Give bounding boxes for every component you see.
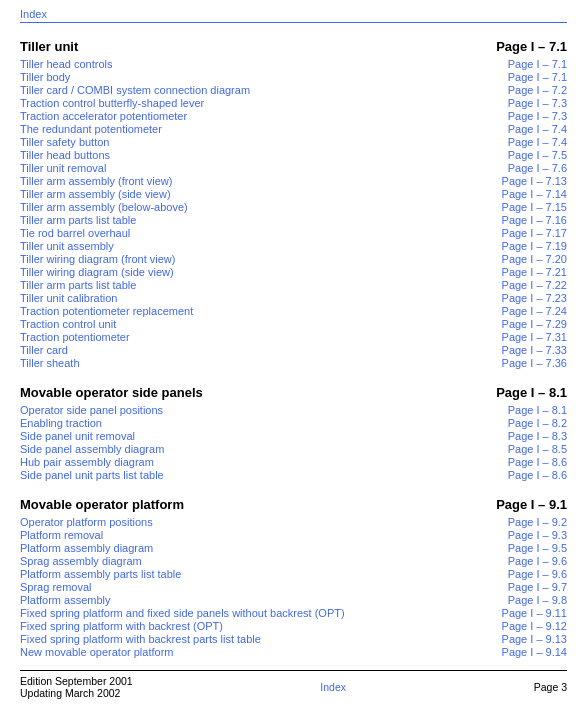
entry-label-0-22[interactable]: Tiller card [20, 344, 494, 356]
entry-label-2-3[interactable]: Sprag assembly diagram [20, 555, 500, 567]
entry-row-1-5: Side panel unit parts list tablePage I –… [20, 468, 567, 481]
entry-row-1-3: Side panel assembly diagramPage I – 8.5 [20, 442, 567, 455]
entry-page-0-17: Page I – 7.22 [502, 279, 567, 291]
entry-page-0-21: Page I – 7.31 [502, 331, 567, 343]
entry-label-0-6[interactable]: Tiller safety button [20, 136, 500, 148]
entry-page-2-4: Page I – 9.6 [508, 568, 567, 580]
entry-label-0-9[interactable]: Tiller arm assembly (front view) [20, 175, 494, 187]
entry-page-0-12: Page I – 7.16 [502, 214, 567, 226]
entry-label-1-0[interactable]: Operator side panel positions [20, 404, 500, 416]
entry-label-2-7[interactable]: Fixed spring platform and fixed side pan… [20, 607, 494, 619]
entry-row-0-18: Tiller unit calibrationPage I – 7.23 [20, 291, 567, 304]
entry-label-0-7[interactable]: Tiller head buttons [20, 149, 500, 161]
entry-page-2-5: Page I – 9.7 [508, 581, 567, 593]
section-header-0: Tiller unit [20, 39, 78, 54]
entry-row-0-11: Tiller arm assembly (below-above)Page I … [20, 200, 567, 213]
entry-row-2-4: Platform assembly parts list tablePage I… [20, 567, 567, 580]
entry-row-2-9: Fixed spring platform with backrest part… [20, 632, 567, 645]
entry-row-0-15: Tiller wiring diagram (front view)Page I… [20, 252, 567, 265]
entry-label-0-4[interactable]: Traction accelerator potentiometer [20, 110, 500, 122]
section-header-1: Movable operator side panels [20, 385, 203, 400]
entry-label-1-1[interactable]: Enabling traction [20, 417, 500, 429]
entry-label-0-10[interactable]: Tiller arm assembly (side view) [20, 188, 494, 200]
entry-page-0-23: Page I – 7.36 [502, 357, 567, 369]
entry-page-2-0: Page I – 9.2 [508, 516, 567, 528]
entry-label-0-3[interactable]: Traction control butterfly-shaped lever [20, 97, 500, 109]
entry-label-2-2[interactable]: Platform assembly diagram [20, 542, 500, 554]
entry-row-0-22: Tiller cardPage I – 7.33 [20, 343, 567, 356]
entry-row-0-23: Tiller sheathPage I – 7.36 [20, 356, 567, 369]
entry-row-0-13: Tie rod barrel overhaulPage I – 7.17 [20, 226, 567, 239]
entry-label-2-10[interactable]: New movable operator platform [20, 646, 494, 658]
entry-label-0-17[interactable]: Tiller arm parts list table [20, 279, 494, 291]
entry-label-0-13[interactable]: Tie rod barrel overhaul [20, 227, 494, 239]
entry-page-1-3: Page I – 8.5 [508, 443, 567, 455]
entry-label-2-8[interactable]: Fixed spring platform with backrest (OPT… [20, 620, 494, 632]
entry-page-0-20: Page I – 7.29 [502, 318, 567, 330]
entry-page-0-1: Page I – 7.1 [508, 71, 567, 83]
entry-label-0-0[interactable]: Tiller head controls [20, 58, 500, 70]
entry-page-0-11: Page I – 7.15 [502, 201, 567, 213]
entry-label-2-5[interactable]: Sprag removal [20, 581, 500, 593]
edition-text: Edition September 2001 [20, 675, 133, 687]
entry-page-0-7: Page I – 7.5 [508, 149, 567, 161]
entry-label-2-4[interactable]: Platform assembly parts list table [20, 568, 500, 580]
entry-label-2-1[interactable]: Platform removal [20, 529, 500, 541]
entry-label-0-11[interactable]: Tiller arm assembly (below-above) [20, 201, 494, 213]
entry-label-0-2[interactable]: Tiller card / COMBI system connection di… [20, 84, 500, 96]
section-header-page-2: Page I – 9.1 [496, 497, 567, 512]
entry-row-0-21: Traction potentiometerPage I – 7.31 [20, 330, 567, 343]
footer-index: Index [320, 681, 346, 693]
entry-page-0-6: Page I – 7.4 [508, 136, 567, 148]
entry-page-0-13: Page I – 7.17 [502, 227, 567, 239]
sections-container: Tiller unitPage I – 7.1Tiller head contr… [20, 31, 567, 658]
entry-label-2-9[interactable]: Fixed spring platform with backrest part… [20, 633, 494, 645]
entry-label-0-16[interactable]: Tiller wiring diagram (side view) [20, 266, 494, 278]
entry-page-0-3: Page I – 7.3 [508, 97, 567, 109]
entry-page-1-2: Page I – 8.3 [508, 430, 567, 442]
entry-row-2-2: Platform assembly diagramPage I – 9.5 [20, 541, 567, 554]
entry-page-2-6: Page I – 9.8 [508, 594, 567, 606]
entry-row-0-10: Tiller arm assembly (side view)Page I – … [20, 187, 567, 200]
entry-row-0-16: Tiller wiring diagram (side view)Page I … [20, 265, 567, 278]
entry-page-0-8: Page I – 7.6 [508, 162, 567, 174]
entry-label-2-6[interactable]: Platform assembly [20, 594, 500, 606]
entry-row-0-8: Tiller unit removalPage I – 7.6 [20, 161, 567, 174]
entry-label-1-4[interactable]: Hub pair assembly diagram [20, 456, 500, 468]
entry-label-0-20[interactable]: Traction control unit [20, 318, 494, 330]
entry-label-0-23[interactable]: Tiller sheath [20, 357, 494, 369]
update-text: Updating March 2002 [20, 687, 133, 699]
entry-row-0-3: Traction control butterfly-shaped leverP… [20, 96, 567, 109]
entry-row-2-10: New movable operator platformPage I – 9.… [20, 645, 567, 658]
entry-label-0-15[interactable]: Tiller wiring diagram (front view) [20, 253, 494, 265]
entry-label-0-14[interactable]: Tiller unit assembly [20, 240, 494, 252]
entry-page-2-10: Page I – 9.14 [502, 646, 567, 658]
entry-row-2-5: Sprag removalPage I – 9.7 [20, 580, 567, 593]
entry-row-2-0: Operator platform positionsPage I – 9.2 [20, 515, 567, 528]
entry-row-1-0: Operator side panel positionsPage I – 8.… [20, 403, 567, 416]
entry-row-0-1: Tiller bodyPage I – 7.1 [20, 70, 567, 83]
entry-row-0-17: Tiller arm parts list tablePage I – 7.22 [20, 278, 567, 291]
entry-label-2-0[interactable]: Operator platform positions [20, 516, 500, 528]
entry-row-2-3: Sprag assembly diagramPage I – 9.6 [20, 554, 567, 567]
entry-label-0-19[interactable]: Traction potentiometer replacement [20, 305, 494, 317]
entry-label-0-21[interactable]: Traction potentiometer [20, 331, 494, 343]
entry-row-2-1: Platform removalPage I – 9.3 [20, 528, 567, 541]
entry-page-2-1: Page I – 9.3 [508, 529, 567, 541]
entry-label-1-3[interactable]: Side panel assembly diagram [20, 443, 500, 455]
entry-label-0-12[interactable]: Tiller arm parts list table [20, 214, 494, 226]
entry-label-0-18[interactable]: Tiller unit calibration [20, 292, 494, 304]
entry-label-0-5[interactable]: The redundant potentiometer [20, 123, 500, 135]
footer-page: Page 3 [534, 681, 567, 693]
entry-row-0-6: Tiller safety buttonPage I – 7.4 [20, 135, 567, 148]
entry-label-0-8[interactable]: Tiller unit removal [20, 162, 500, 174]
section-header-row-2: Movable operator platformPage I – 9.1 [20, 489, 567, 514]
entry-page-0-14: Page I – 7.19 [502, 240, 567, 252]
footer-left: Edition September 2001 Updating March 20… [20, 675, 133, 699]
entry-label-0-1[interactable]: Tiller body [20, 71, 500, 83]
entry-row-1-4: Hub pair assembly diagramPage I – 8.6 [20, 455, 567, 468]
entry-row-0-19: Traction potentiometer replacementPage I… [20, 304, 567, 317]
entry-row-0-12: Tiller arm parts list tablePage I – 7.16 [20, 213, 567, 226]
entry-label-1-5[interactable]: Side panel unit parts list table [20, 469, 500, 481]
entry-label-1-2[interactable]: Side panel unit removal [20, 430, 500, 442]
